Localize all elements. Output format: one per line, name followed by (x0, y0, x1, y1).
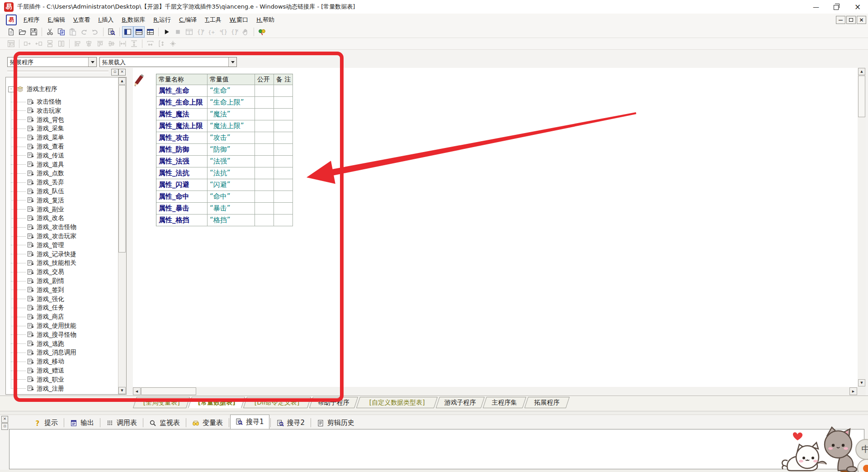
scroll-thumb[interactable] (858, 76, 865, 117)
constant-value-cell[interactable]: “闪避” (208, 179, 255, 191)
comment-cell[interactable] (274, 215, 293, 226)
debug-panel-button[interactable] (184, 26, 195, 38)
public-cell[interactable] (255, 97, 274, 109)
align-left-button[interactable] (72, 38, 83, 49)
dock-tab[interactable]: 变量表 (187, 417, 228, 429)
comment-cell[interactable] (274, 167, 293, 179)
scroll-down-button[interactable]: ▼ (858, 379, 865, 386)
tree-item[interactable]: 游戏_任务 (11, 303, 64, 312)
attach-up-button[interactable] (44, 38, 56, 49)
constant-name-cell[interactable]: 属性_攻击 (156, 132, 208, 144)
comment-cell[interactable] (274, 203, 293, 215)
brace-remove-button[interactable]: {}× (229, 26, 240, 38)
brace-wrap-button[interactable]: {+} (206, 26, 217, 38)
menu-item-program[interactable]: F.程序 (19, 14, 44, 26)
same-height-button[interactable] (156, 38, 167, 49)
tree-item[interactable]: 游戏_记录快捷 (11, 250, 76, 259)
tree-item[interactable]: 游戏_强化 (11, 295, 64, 304)
menu-item-view[interactable]: V.查看 (69, 14, 94, 26)
comment-cell[interactable] (274, 97, 293, 109)
tree-item[interactable]: 游戏_签到 (11, 286, 64, 295)
public-cell[interactable] (255, 85, 274, 97)
dock-tab[interactable]: 输出 (65, 417, 99, 429)
public-cell[interactable] (255, 215, 274, 226)
scroll-thumb[interactable] (141, 387, 196, 395)
tree-item[interactable]: 游戏_查看 (11, 142, 64, 151)
tree-item[interactable]: 游戏_道具 (11, 160, 64, 169)
dock-tab[interactable]: ?提示 (29, 417, 63, 429)
scroll-right-button[interactable]: ▶ (849, 387, 857, 395)
public-cell[interactable] (255, 132, 274, 144)
constant-name-cell[interactable]: 属性_魔法上限 (156, 120, 208, 132)
view-split-top-button[interactable] (133, 26, 145, 38)
align-center-v-button[interactable] (106, 38, 117, 49)
tree-item[interactable]: 游戏_采集 (11, 124, 64, 133)
tree-item[interactable]: 攻击玩家 (11, 106, 61, 115)
constant-name-cell[interactable]: 属性_生命上限 (156, 97, 208, 109)
menu-item-edit[interactable]: E.编辑 (44, 14, 69, 26)
sheet-tab[interactable]: [自定义数据类型表] (356, 397, 438, 408)
constant-value-cell[interactable]: “命中” (208, 191, 255, 203)
public-cell[interactable] (255, 167, 274, 179)
menu-item-tools[interactable]: T.工具 (201, 14, 226, 26)
dock-tab[interactable]: 搜寻2 (272, 417, 310, 429)
tree-item[interactable]: 游戏_使用技能 (11, 321, 76, 330)
attach-down-button[interactable] (56, 38, 67, 49)
comment-cell[interactable] (274, 179, 293, 191)
scroll-up-button[interactable]: ▲ (858, 68, 865, 75)
dock-tab[interactable]: 搜寻1 (230, 415, 269, 429)
public-cell[interactable] (255, 191, 274, 203)
comment-cell[interactable] (274, 191, 293, 203)
comment-cell[interactable] (274, 120, 293, 132)
comment-cell[interactable] (274, 132, 293, 144)
window-minimize-button[interactable]: — (806, 0, 826, 14)
constant-value-cell[interactable]: “魔法上限” (208, 120, 255, 132)
constant-name-cell[interactable]: 属性_防御 (156, 144, 208, 156)
constant-value-cell[interactable]: “攻击” (208, 132, 255, 144)
save-button[interactable] (28, 26, 39, 38)
window-restore-button[interactable] (826, 0, 847, 14)
space-equal-h-button[interactable] (117, 38, 128, 49)
public-cell[interactable] (255, 156, 274, 167)
sheet-tab[interactable]: [全局变量表] (133, 397, 190, 408)
comment-cell[interactable] (274, 144, 293, 156)
child-minimize-button[interactable]: — (836, 16, 845, 24)
constant-name-cell[interactable]: 属性_法强 (156, 156, 208, 167)
attach-right-button[interactable] (33, 38, 44, 49)
constant-name-cell[interactable]: 属性_法抗 (156, 167, 208, 179)
tree-item[interactable]: 游戏_复活 (11, 196, 64, 205)
scroll-thumb[interactable] (118, 85, 126, 253)
open-file-button[interactable] (17, 26, 28, 38)
redo-button[interactable] (78, 26, 90, 38)
same-size-button[interactable] (167, 38, 179, 49)
comment-cell[interactable] (274, 156, 293, 167)
menu-item-database[interactable]: B.数据库 (118, 14, 149, 26)
sheet-tab[interactable]: 拓展程序 (524, 397, 570, 408)
constant-value-cell[interactable]: “法强” (208, 156, 255, 167)
sheet-tab[interactable]: 帮助子程序 (309, 397, 358, 408)
attach-left-button[interactable] (22, 38, 33, 49)
sheet-tab[interactable]: 游戏子程序 (436, 397, 485, 408)
dock-tab[interactable]: 监视表 (144, 417, 185, 429)
space-equal-v-button[interactable] (128, 38, 140, 49)
tree-item[interactable]: 游戏_逃跑 (11, 339, 64, 348)
align-top-button[interactable] (94, 38, 106, 49)
tree-item[interactable]: 游戏_商店 (11, 312, 64, 321)
tree-item[interactable]: 游戏_装备 (11, 393, 64, 395)
menu-item-compile[interactable]: C.编译 (175, 14, 201, 26)
menu-item-window[interactable]: W.窗口 (226, 14, 253, 26)
view-split-left-button[interactable] (122, 26, 133, 38)
constant-name-cell[interactable]: 属性_魔法 (156, 109, 208, 120)
constant-value-cell[interactable]: “防御” (208, 144, 255, 156)
tree-item[interactable]: 游戏_攻击怪物 (11, 223, 76, 232)
public-cell[interactable] (255, 144, 274, 156)
brace-insert-button[interactable]: {}+ (217, 26, 229, 38)
tree-item[interactable]: 游戏_丢弃 (11, 178, 64, 187)
tree-item[interactable]: 游戏_攻击玩家 (11, 232, 76, 241)
comment-cell[interactable] (274, 85, 293, 97)
comment-cell[interactable] (274, 109, 293, 120)
child-restore-button[interactable] (846, 16, 856, 24)
same-width-button[interactable] (145, 38, 156, 49)
constant-name-cell[interactable]: 属性_格挡 (156, 215, 208, 226)
constant-name-cell[interactable]: 属性_命中 (156, 191, 208, 203)
